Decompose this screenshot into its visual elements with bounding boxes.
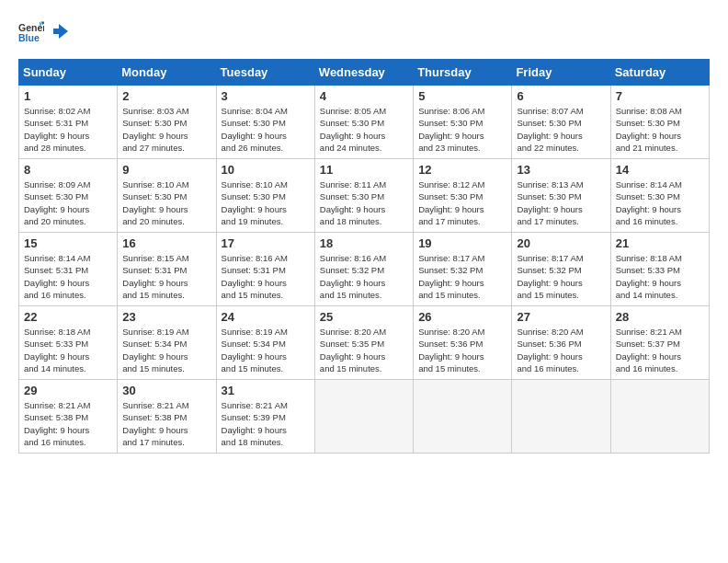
cell-content: Sunrise: 8:21 AMSunset: 5:39 PMDaylight:… <box>222 399 310 448</box>
calendar-cell: 5Sunrise: 8:06 AMSunset: 5:30 PMDaylight… <box>414 86 512 159</box>
cell-content: Sunrise: 8:05 AMSunset: 5:30 PMDaylight:… <box>320 105 408 154</box>
logo-icon: General Blue <box>18 18 44 44</box>
cell-content: Sunrise: 8:20 AMSunset: 5:36 PMDaylight:… <box>418 326 506 374</box>
calendar-cell: 7Sunrise: 8:08 AMSunset: 5:30 PMDaylight… <box>610 86 709 159</box>
calendar-cell <box>610 380 709 454</box>
day-number: 5 <box>418 89 506 103</box>
week-row-5: 29Sunrise: 8:21 AMSunset: 5:38 PMDayligh… <box>19 380 710 454</box>
week-row-1: 1Sunrise: 8:02 AMSunset: 5:31 PMDaylight… <box>19 86 710 159</box>
calendar-cell: 17Sunrise: 8:16 AMSunset: 5:31 PMDayligh… <box>216 233 314 306</box>
cell-content: Sunrise: 8:07 AMSunset: 5:30 PMDaylight:… <box>517 105 605 154</box>
day-number: 1 <box>24 89 112 103</box>
day-number: 27 <box>517 310 605 324</box>
calendar-cell: 12Sunrise: 8:12 AMSunset: 5:30 PMDayligh… <box>414 159 512 233</box>
cell-content: Sunrise: 8:02 AMSunset: 5:31 PMDaylight:… <box>24 105 112 154</box>
day-number: 6 <box>517 89 605 103</box>
calendar-cell: 19Sunrise: 8:17 AMSunset: 5:32 PMDayligh… <box>414 233 512 306</box>
weekday-header-thursday: Thursday <box>414 60 512 86</box>
day-number: 17 <box>222 236 310 250</box>
week-row-2: 8Sunrise: 8:09 AMSunset: 5:30 PMDaylight… <box>19 159 710 233</box>
day-number: 10 <box>222 163 310 177</box>
day-number: 13 <box>517 163 605 177</box>
day-number: 26 <box>418 310 506 324</box>
day-number: 18 <box>320 236 408 250</box>
svg-text:Blue: Blue <box>18 32 40 43</box>
calendar-cell: 11Sunrise: 8:11 AMSunset: 5:30 PMDayligh… <box>314 159 413 233</box>
calendar-cell: 6Sunrise: 8:07 AMSunset: 5:30 PMDaylight… <box>512 86 610 159</box>
svg-marker-4 <box>53 24 68 39</box>
day-number: 8 <box>24 163 112 177</box>
day-number: 31 <box>222 384 310 397</box>
weekday-header-saturday: Saturday <box>610 60 709 86</box>
calendar-cell: 14Sunrise: 8:14 AMSunset: 5:30 PMDayligh… <box>610 159 709 233</box>
cell-content: Sunrise: 8:11 AMSunset: 5:30 PMDaylight:… <box>320 178 408 227</box>
cell-content: Sunrise: 8:18 AMSunset: 5:33 PMDaylight:… <box>616 252 704 301</box>
day-number: 12 <box>418 163 506 177</box>
weekday-header-tuesday: Tuesday <box>216 60 314 86</box>
calendar-cell: 27Sunrise: 8:20 AMSunset: 5:36 PMDayligh… <box>512 306 610 380</box>
cell-content: Sunrise: 8:08 AMSunset: 5:30 PMDaylight:… <box>616 105 704 154</box>
logo: General Blue <box>18 18 70 44</box>
weekday-header-wednesday: Wednesday <box>314 60 413 86</box>
calendar-table: SundayMondayTuesdayWednesdayThursdayFrid… <box>18 59 710 454</box>
calendar-cell: 26Sunrise: 8:20 AMSunset: 5:36 PMDayligh… <box>414 306 512 380</box>
week-row-4: 22Sunrise: 8:18 AMSunset: 5:33 PMDayligh… <box>19 306 710 380</box>
calendar-cell: 18Sunrise: 8:16 AMSunset: 5:32 PMDayligh… <box>314 233 413 306</box>
weekday-header-row: SundayMondayTuesdayWednesdayThursdayFrid… <box>19 60 710 86</box>
day-number: 9 <box>122 163 210 177</box>
day-number: 21 <box>616 236 704 250</box>
calendar-cell <box>414 380 512 454</box>
calendar-cell: 28Sunrise: 8:21 AMSunset: 5:37 PMDayligh… <box>610 306 709 380</box>
calendar-cell <box>512 380 610 454</box>
day-number: 16 <box>122 236 210 250</box>
day-number: 15 <box>24 236 112 250</box>
cell-content: Sunrise: 8:04 AMSunset: 5:30 PMDaylight:… <box>222 105 310 154</box>
cell-content: Sunrise: 8:12 AMSunset: 5:30 PMDaylight:… <box>418 178 506 227</box>
calendar-cell: 23Sunrise: 8:19 AMSunset: 5:34 PMDayligh… <box>118 306 216 380</box>
day-number: 2 <box>122 89 210 103</box>
cell-content: Sunrise: 8:10 AMSunset: 5:30 PMDaylight:… <box>122 178 210 227</box>
calendar-cell: 20Sunrise: 8:17 AMSunset: 5:32 PMDayligh… <box>512 233 610 306</box>
day-number: 30 <box>122 384 210 397</box>
cell-content: Sunrise: 8:19 AMSunset: 5:34 PMDaylight:… <box>122 326 210 374</box>
calendar-cell: 10Sunrise: 8:10 AMSunset: 5:30 PMDayligh… <box>216 159 314 233</box>
cell-content: Sunrise: 8:17 AMSunset: 5:32 PMDaylight:… <box>517 252 605 301</box>
cell-content: Sunrise: 8:21 AMSunset: 5:38 PMDaylight:… <box>24 399 112 448</box>
cell-content: Sunrise: 8:13 AMSunset: 5:30 PMDaylight:… <box>517 178 605 227</box>
page-header: General Blue <box>18 18 710 44</box>
calendar-cell: 8Sunrise: 8:09 AMSunset: 5:30 PMDaylight… <box>19 159 118 233</box>
calendar-cell: 1Sunrise: 8:02 AMSunset: 5:31 PMDaylight… <box>19 86 118 159</box>
day-number: 28 <box>616 310 704 324</box>
calendar-cell <box>314 380 413 454</box>
day-number: 23 <box>122 310 210 324</box>
day-number: 3 <box>222 89 310 103</box>
calendar-cell: 3Sunrise: 8:04 AMSunset: 5:30 PMDaylight… <box>216 86 314 159</box>
cell-content: Sunrise: 8:21 AMSunset: 5:38 PMDaylight:… <box>122 399 210 448</box>
cell-content: Sunrise: 8:19 AMSunset: 5:34 PMDaylight:… <box>222 326 310 374</box>
cell-content: Sunrise: 8:20 AMSunset: 5:35 PMDaylight:… <box>320 326 408 374</box>
day-number: 7 <box>616 89 704 103</box>
calendar-cell: 16Sunrise: 8:15 AMSunset: 5:31 PMDayligh… <box>118 233 216 306</box>
calendar-cell: 13Sunrise: 8:13 AMSunset: 5:30 PMDayligh… <box>512 159 610 233</box>
cell-content: Sunrise: 8:18 AMSunset: 5:33 PMDaylight:… <box>24 326 112 374</box>
calendar-cell: 31Sunrise: 8:21 AMSunset: 5:39 PMDayligh… <box>216 380 314 454</box>
calendar-cell: 25Sunrise: 8:20 AMSunset: 5:35 PMDayligh… <box>314 306 413 380</box>
day-number: 11 <box>320 163 408 177</box>
weekday-header-friday: Friday <box>512 60 610 86</box>
cell-content: Sunrise: 8:03 AMSunset: 5:30 PMDaylight:… <box>122 105 210 154</box>
cell-content: Sunrise: 8:15 AMSunset: 5:31 PMDaylight:… <box>122 252 210 301</box>
day-number: 4 <box>320 89 408 103</box>
cell-content: Sunrise: 8:17 AMSunset: 5:32 PMDaylight:… <box>418 252 506 301</box>
day-number: 29 <box>24 384 112 397</box>
day-number: 22 <box>24 310 112 324</box>
cell-content: Sunrise: 8:16 AMSunset: 5:32 PMDaylight:… <box>320 252 408 301</box>
cell-content: Sunrise: 8:16 AMSunset: 5:31 PMDaylight:… <box>222 252 310 301</box>
calendar-cell: 2Sunrise: 8:03 AMSunset: 5:30 PMDaylight… <box>118 86 216 159</box>
weekday-header-sunday: Sunday <box>19 60 118 86</box>
day-number: 14 <box>616 163 704 177</box>
cell-content: Sunrise: 8:14 AMSunset: 5:30 PMDaylight:… <box>616 178 704 227</box>
cell-content: Sunrise: 8:21 AMSunset: 5:37 PMDaylight:… <box>616 326 704 374</box>
calendar-cell: 4Sunrise: 8:05 AMSunset: 5:30 PMDaylight… <box>314 86 413 159</box>
cell-content: Sunrise: 8:20 AMSunset: 5:36 PMDaylight:… <box>517 326 605 374</box>
day-number: 24 <box>222 310 310 324</box>
